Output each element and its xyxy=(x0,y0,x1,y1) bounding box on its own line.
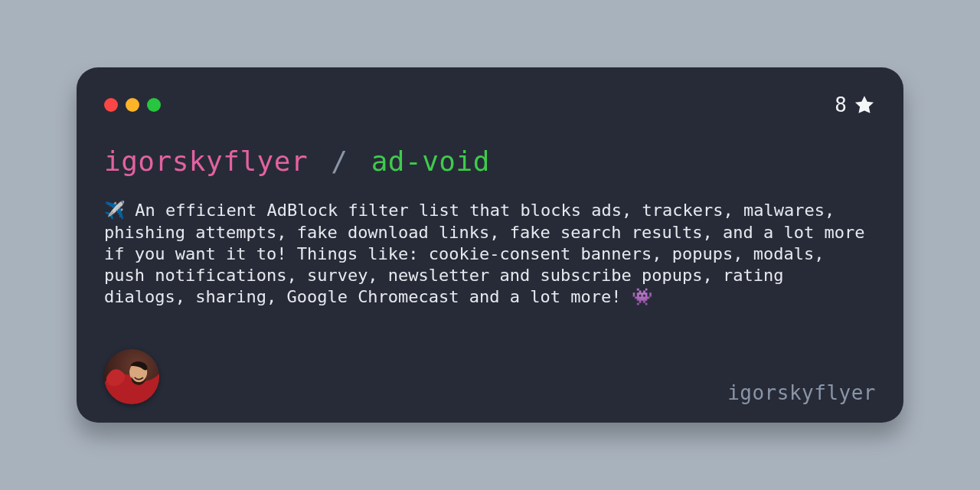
repo-owner[interactable]: igorskyflyer xyxy=(104,145,308,177)
user-avatar[interactable] xyxy=(104,349,159,404)
star-count: 8 xyxy=(835,93,847,116)
traffic-light-green-icon[interactable] xyxy=(147,98,161,112)
avatar-icon xyxy=(104,349,159,404)
card-topbar: 8 xyxy=(104,93,876,116)
window-controls xyxy=(104,98,161,112)
card-footer: igorskyflyer xyxy=(104,349,876,404)
traffic-light-red-icon[interactable] xyxy=(104,98,118,112)
repo-description: ✈️ An efficient AdBlock filter list that… xyxy=(104,200,870,308)
repo-card: 8 igorskyflyer / ad-void ✈️ An efficient… xyxy=(77,67,903,423)
repo-title: igorskyflyer / ad-void xyxy=(104,145,876,177)
repo-separator: / xyxy=(331,145,348,177)
repo-name[interactable]: ad-void xyxy=(371,145,490,177)
traffic-light-yellow-icon[interactable] xyxy=(126,98,139,112)
star-icon xyxy=(853,93,876,116)
username-label[interactable]: igorskyflyer xyxy=(727,381,876,404)
star-count-group[interactable]: 8 xyxy=(835,93,876,116)
